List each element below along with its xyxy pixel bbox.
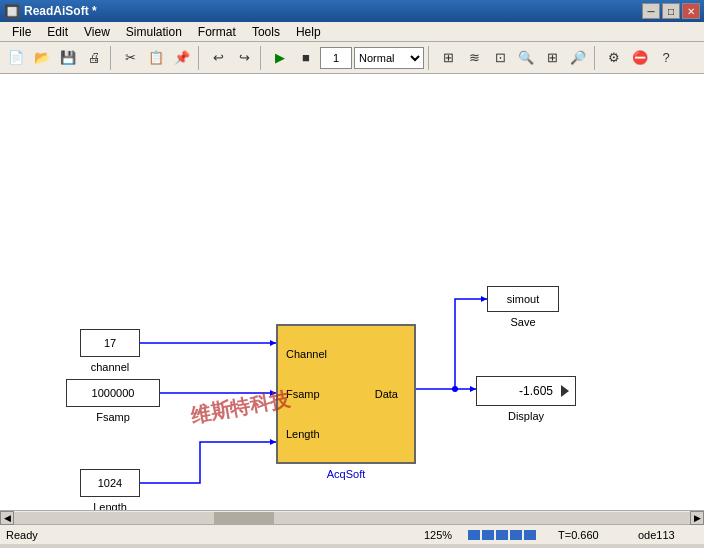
progress-block-5 (524, 530, 536, 540)
titlebar-title: 🔲 ReadAiSoft * (4, 4, 97, 19)
scope-button[interactable]: ⊡ (488, 46, 512, 70)
status-ready: Ready (6, 529, 408, 541)
status-zoom: 125% (408, 529, 468, 541)
toolbar-sep5 (594, 46, 598, 70)
print-button[interactable]: 🖨 (82, 46, 106, 70)
save-button[interactable]: 💾 (56, 46, 80, 70)
length-label: Length (80, 501, 140, 510)
simout-sublabel: Save (487, 316, 559, 328)
stop-button[interactable]: ■ (294, 46, 318, 70)
statusbar: Ready 125% T=0.660 ode113 (0, 524, 704, 544)
debug-button[interactable]: ⛔ (628, 46, 652, 70)
channel-value: 17 (104, 337, 116, 349)
progress-block-1 (468, 530, 480, 540)
channel-label: channel (80, 361, 140, 373)
titlebar: 🔲 ReadAiSoft * ─ □ ✕ (0, 0, 704, 22)
new-button[interactable]: 📄 (4, 46, 28, 70)
zoom-out-button[interactable]: 🔎 (566, 46, 590, 70)
minimize-button[interactable]: ─ (642, 3, 660, 19)
display-triangle-icon (561, 385, 569, 397)
settings-button[interactable]: ⚙ (602, 46, 626, 70)
progress-block-3 (496, 530, 508, 540)
acqsoft-port-length: Length (286, 428, 414, 440)
window-title: ReadAiSoft * (24, 4, 97, 18)
channel-block[interactable]: 17 (80, 329, 140, 357)
status-progress (468, 530, 558, 540)
library-button[interactable]: ⊞ (436, 46, 460, 70)
signal-button[interactable]: ≋ (462, 46, 486, 70)
simout-block[interactable]: simout (487, 286, 559, 312)
status-time: T=0.660 (558, 529, 638, 541)
scroll-right-button[interactable]: ▶ (690, 511, 704, 525)
menu-view[interactable]: View (76, 23, 118, 41)
sim-mode-select[interactable]: Normal Accelerator Rapid Accelerator (354, 47, 424, 69)
scroll-track[interactable] (14, 512, 690, 524)
close-button[interactable]: ✕ (682, 3, 700, 19)
scroll-left-button[interactable]: ◀ (0, 511, 14, 525)
status-solver: ode113 (638, 529, 698, 541)
cut-button[interactable]: ✂ (118, 46, 142, 70)
length-block[interactable]: 1024 (80, 469, 140, 497)
fit-button[interactable]: ⊞ (540, 46, 564, 70)
progress-block-2 (482, 530, 494, 540)
acqsoft-port-fsamp: Fsamp (286, 388, 320, 400)
canvas-area: 17 channel 1000000 Fsamp 1024 Length Cha… (0, 74, 704, 510)
menubar: File Edit View Simulation Format Tools H… (0, 22, 704, 42)
scroll-thumb[interactable] (214, 512, 274, 524)
acqsoft-port-channel: Channel (286, 348, 414, 360)
menu-simulation[interactable]: Simulation (118, 23, 190, 41)
acqsoft-block[interactable]: Channel Fsamp Data Length (276, 324, 416, 464)
simout-name: simout (507, 293, 539, 305)
redo-button[interactable]: ↪ (232, 46, 256, 70)
menu-format[interactable]: Format (190, 23, 244, 41)
zoom-in-button[interactable]: 🔍 (514, 46, 538, 70)
toolbar: 📄 📂 💾 🖨 ✂ 📋 📌 ↩ ↪ ▶ ■ Normal Accelerator… (0, 42, 704, 74)
app-icon: 🔲 (4, 4, 20, 19)
display-block[interactable]: -1.605 (476, 376, 576, 406)
open-button[interactable]: 📂 (30, 46, 54, 70)
toolbar-sep1 (110, 46, 114, 70)
acqsoft-label: AcqSoft (276, 468, 416, 480)
menu-help[interactable]: Help (288, 23, 329, 41)
fsamp-block[interactable]: 1000000 (66, 379, 160, 407)
copy-button[interactable]: 📋 (144, 46, 168, 70)
menu-tools[interactable]: Tools (244, 23, 288, 41)
menu-file[interactable]: File (4, 23, 39, 41)
progress-block-4 (510, 530, 522, 540)
toolbar-sep4 (428, 46, 432, 70)
toolbar-sep2 (198, 46, 202, 70)
fsamp-label: Fsamp (66, 411, 160, 423)
run-button[interactable]: ▶ (268, 46, 292, 70)
paste-button[interactable]: 📌 (170, 46, 194, 70)
maximize-button[interactable]: □ (662, 3, 680, 19)
horizontal-scrollbar[interactable]: ◀ ▶ (0, 510, 704, 524)
svg-point-0 (452, 386, 458, 392)
menu-edit[interactable]: Edit (39, 23, 76, 41)
length-value: 1024 (98, 477, 122, 489)
undo-button[interactable]: ↩ (206, 46, 230, 70)
display-value: -1.605 (519, 384, 553, 398)
titlebar-controls[interactable]: ─ □ ✕ (642, 3, 700, 19)
help-icon-button[interactable]: ? (654, 46, 678, 70)
sim-time-input[interactable] (320, 47, 352, 69)
toolbar-sep3 (260, 46, 264, 70)
acqsoft-port-data: Data (375, 388, 406, 400)
display-label: Display (476, 410, 576, 422)
fsamp-value: 1000000 (92, 387, 135, 399)
